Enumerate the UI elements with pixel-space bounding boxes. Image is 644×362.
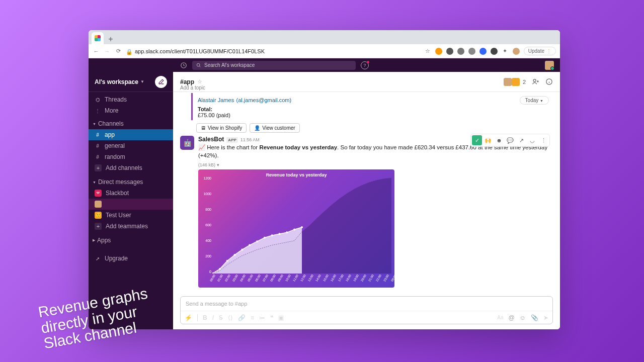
add-teammates[interactable]: +Add teammates bbox=[89, 221, 173, 232]
sender-name[interactable]: SalesBot bbox=[198, 136, 224, 143]
slack-app: Search Al's workspace ? Al's workspace ▼… bbox=[89, 58, 560, 329]
apps-header[interactable]: ▶Apps bbox=[89, 235, 173, 246]
check-reaction[interactable]: ✓ bbox=[472, 135, 482, 145]
code-icon[interactable]: ⟨⟩ bbox=[228, 314, 233, 321]
quote-icon[interactable]: ❝ bbox=[270, 314, 273, 321]
composer-toolbar: ⚡ B I S̶ ⟨⟩ 🔗 ≡ ≔ ❝ ▣ Aa @ bbox=[181, 311, 552, 324]
sidebar-channel-app[interactable]: #app bbox=[89, 129, 173, 140]
view-customer-button[interactable]: 👤View customer bbox=[250, 123, 299, 133]
user-avatar[interactable] bbox=[545, 61, 554, 70]
member-count[interactable]: 2 bbox=[504, 78, 526, 86]
forward-icon[interactable]: → bbox=[104, 48, 111, 55]
svg-point-15 bbox=[293, 229, 295, 231]
customer-email[interactable]: (al.james@gmail.com) bbox=[236, 97, 292, 103]
slackbot-icon: ❤ bbox=[95, 190, 102, 197]
avatar-icon bbox=[95, 201, 102, 208]
sidebar-channel-random[interactable]: #random bbox=[89, 151, 173, 162]
reload-icon[interactable]: ⟳ bbox=[115, 48, 122, 55]
browser-tab-slack[interactable] bbox=[92, 32, 104, 44]
sidebar-threads[interactable]: ⌬Threads bbox=[89, 94, 173, 105]
dms-header[interactable]: ▼Direct messages bbox=[89, 176, 173, 188]
thread-icon[interactable]: 💬 bbox=[505, 135, 515, 145]
lightning-icon[interactable]: ⚡ bbox=[185, 314, 192, 321]
link-icon[interactable]: 🔗 bbox=[238, 314, 246, 321]
previous-message-block: Alastair James (al.james@gmail.com) Tota… bbox=[191, 93, 553, 120]
total-label: Total: bbox=[198, 106, 553, 112]
strike-icon[interactable]: S̶ bbox=[219, 314, 223, 321]
chart-y-axis: 120010008006004002000 bbox=[200, 176, 211, 274]
list-icon[interactable]: ≡ bbox=[251, 314, 254, 321]
hash-icon: # bbox=[95, 132, 101, 138]
workspace-header[interactable]: Al's workspace ▼ bbox=[89, 72, 173, 92]
update-button[interactable]: Update⋮ bbox=[524, 47, 556, 55]
search-input[interactable]: Search Al's workspace bbox=[192, 61, 356, 70]
emoji-icon[interactable]: ☻ bbox=[494, 135, 504, 145]
monitor-icon: 🖥 bbox=[201, 125, 206, 131]
avatar-icon bbox=[504, 78, 512, 86]
svg-point-7 bbox=[234, 254, 236, 256]
back-icon[interactable]: ← bbox=[93, 48, 100, 55]
dm-test-user[interactable]: 🙂Test User bbox=[89, 210, 173, 221]
view-shopify-button[interactable]: 🖥View in Shopify bbox=[196, 123, 247, 133]
profile-icon[interactable] bbox=[513, 48, 520, 55]
ext-icon[interactable] bbox=[435, 48, 442, 55]
olist-icon[interactable]: ≔ bbox=[259, 314, 265, 321]
hands-reaction[interactable]: 🙌 bbox=[483, 135, 493, 145]
help-icon[interactable]: ? bbox=[361, 61, 369, 69]
browser-window: + ← → ⟳ 🔒 app.slack.com/client/T01LUG8UM… bbox=[89, 30, 560, 329]
history-icon[interactable] bbox=[180, 62, 187, 69]
composer-input[interactable]: Send a message to #app bbox=[181, 297, 552, 311]
channels-header[interactable]: ▼Channels bbox=[89, 118, 173, 129]
bookmark-icon[interactable]: ◡ bbox=[527, 135, 537, 145]
url-text[interactable]: app.slack.com/client/T01LUG8UMMF/C01L14F… bbox=[135, 48, 420, 54]
send-icon[interactable]: ➤ bbox=[543, 314, 548, 321]
new-tab-button[interactable]: + bbox=[106, 34, 116, 44]
mention-icon[interactable]: @ bbox=[509, 314, 515, 321]
ext-icon[interactable] bbox=[468, 48, 475, 55]
svg-point-8 bbox=[241, 249, 243, 251]
app-badge: APP bbox=[226, 137, 237, 143]
sidebar-more[interactable]: ⋮More bbox=[89, 105, 173, 116]
chart-image[interactable]: Revenue today vs yesterday 1200100080060… bbox=[198, 169, 394, 288]
slack-icon bbox=[95, 35, 101, 41]
svg-point-16 bbox=[301, 226, 303, 228]
dm-item[interactable] bbox=[89, 199, 173, 210]
channel-topic[interactable]: Add a topic bbox=[180, 85, 205, 90]
star-icon[interactable]: ☆ bbox=[424, 48, 431, 55]
sidebar-channel-general[interactable]: #general bbox=[89, 140, 173, 151]
customer-link[interactable]: Alastair James bbox=[198, 97, 234, 103]
dm-slackbot[interactable]: ❤Slackbot bbox=[89, 188, 173, 199]
ext-icon[interactable] bbox=[479, 48, 487, 55]
file-meta[interactable]: (146 kB) ▾ bbox=[198, 162, 553, 167]
svg-point-1 bbox=[197, 63, 200, 66]
channel-name[interactable]: #app bbox=[180, 78, 194, 85]
add-people-icon[interactable] bbox=[532, 78, 539, 85]
compose-button[interactable] bbox=[155, 76, 167, 88]
puzzle-icon[interactable]: ✦ bbox=[502, 48, 509, 55]
info-icon[interactable] bbox=[545, 78, 553, 85]
format-icon[interactable]: Aa bbox=[497, 315, 503, 320]
ext-icon[interactable] bbox=[491, 48, 498, 55]
add-channels[interactable]: +Add channels bbox=[89, 162, 173, 173]
svg-point-6 bbox=[226, 260, 228, 262]
ext-icon[interactable] bbox=[457, 48, 464, 55]
emoji-icon[interactable]: ☺ bbox=[520, 314, 526, 321]
upgrade-link[interactable]: ➚Upgrade bbox=[89, 253, 173, 264]
svg-point-2 bbox=[533, 79, 536, 82]
message-composer[interactable]: Send a message to #app ⚡ B I S̶ ⟨⟩ 🔗 ≡ ≔… bbox=[180, 296, 553, 324]
svg-point-12 bbox=[271, 234, 273, 236]
bold-icon[interactable]: B bbox=[203, 314, 207, 321]
caret-down-icon: ▼ bbox=[93, 122, 96, 126]
date-pill[interactable]: Today ▼ bbox=[520, 96, 549, 105]
svg-point-11 bbox=[264, 237, 266, 239]
more-icon: ⋮ bbox=[95, 108, 101, 114]
ext-icon[interactable] bbox=[446, 48, 453, 55]
italic-icon[interactable]: I bbox=[212, 314, 214, 321]
more-icon[interactable]: ⋮ bbox=[538, 135, 548, 145]
chart-plot bbox=[212, 176, 391, 274]
star-icon[interactable]: ☆ bbox=[197, 78, 202, 85]
share-icon[interactable]: ↗ bbox=[516, 135, 526, 145]
attach-icon[interactable]: 📎 bbox=[531, 314, 538, 321]
codeblock-icon[interactable]: ▣ bbox=[278, 314, 284, 321]
message-list: Today ▼ Alastair James (al.james@gmail.c… bbox=[173, 92, 560, 292]
